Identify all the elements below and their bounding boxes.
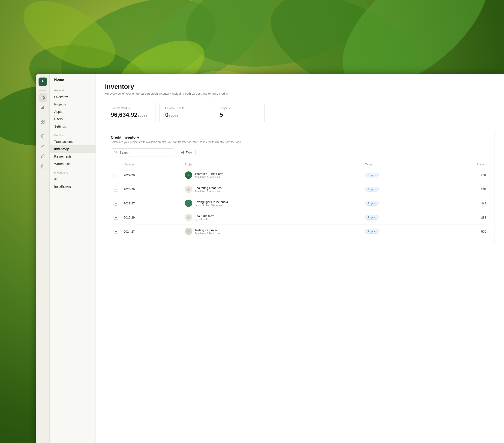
nav-item-warehouse[interactable]: Warehouse <box>50 160 95 167</box>
project-name: Saving tigers in Iceland 4 <box>195 200 228 204</box>
svg-point-34 <box>188 202 188 203</box>
search-filter-row: Type <box>111 148 489 157</box>
chart-icon[interactable] <box>38 142 47 150</box>
svg-rect-11 <box>41 108 42 109</box>
expand-button[interactable]: + <box>113 201 118 206</box>
expand-button[interactable]: + <box>113 215 118 220</box>
stat-card-expost: Ex-post Credits 96,634.92t CO2-e <box>105 102 156 123</box>
project-type-label: Hybrid both <box>195 218 214 221</box>
type-filter-label: Type <box>186 151 192 154</box>
svg-point-35 <box>189 202 189 203</box>
stat-exante-unit: t CO2-e <box>169 114 178 117</box>
vintage-cell: 2022-29 <box>121 168 182 182</box>
type-badge: Ex-post <box>365 173 379 177</box>
table-row: + 2022-27 <box>111 196 489 211</box>
col-vintages: Vintages <box>121 161 182 168</box>
project-type-label: Avoidance / Reduction <box>195 232 220 235</box>
project-name: Thordur's Turtle Farm <box>195 172 223 176</box>
col-amount: Amount <box>433 161 489 168</box>
svg-rect-14 <box>41 120 42 122</box>
table-row: + 2022-29 <box>111 168 489 182</box>
vintage-cell: 2024-29 <box>121 182 182 196</box>
nav-item-settings[interactable]: Settings <box>50 123 95 130</box>
project-avatar <box>185 214 192 221</box>
analytics-icon[interactable] <box>38 104 47 112</box>
inventory-table: Vintages Project Types Amount + 2022-29 <box>111 161 489 238</box>
icon-sidebar <box>36 74 50 443</box>
stat-expost-unit: t CO2-e <box>138 114 147 117</box>
svg-point-9 <box>13 0 126 82</box>
table-row: + 2019-29 <box>111 211 489 225</box>
nav-item-installations[interactable]: Installations <box>50 183 95 190</box>
project-name: Sea faring creatures <box>195 186 221 190</box>
svg-rect-17 <box>43 122 44 124</box>
svg-point-3 <box>178 0 376 80</box>
svg-rect-40 <box>188 232 189 233</box>
table-row: + 2024-29 <box>111 182 489 196</box>
amount-cell: 0.9 <box>433 196 489 211</box>
sidebar-divider-3 <box>39 129 46 129</box>
expand-button[interactable]: + <box>113 187 118 192</box>
project-avatar <box>185 185 192 193</box>
project-avatar <box>185 171 192 179</box>
project-cell: Sea turtle farm Hybrid both <box>185 214 360 221</box>
nav-general-label: General <box>50 85 95 93</box>
home-icon[interactable] <box>38 93 47 102</box>
bell-icon[interactable] <box>38 132 47 140</box>
stat-projects-label: Projects <box>220 106 259 110</box>
project-avatar <box>185 200 192 207</box>
nav-item-apps[interactable]: Apps <box>50 108 95 115</box>
expand-button[interactable]: + <box>113 229 118 234</box>
search-input[interactable] <box>119 151 172 154</box>
project-type-label: Avoidance / Reduction <box>195 190 221 193</box>
project-avatar <box>185 228 192 235</box>
stat-projects-value: 5 <box>220 111 259 118</box>
nav-sidebar: Home General Overview Projects Apps User… <box>50 74 96 443</box>
nav-item-inventory[interactable]: Inventory <box>50 145 95 153</box>
page-title: Inventory <box>105 83 495 90</box>
project-type-label: Avoidance / Reduction <box>195 176 223 178</box>
nav-item-users[interactable]: Users <box>50 115 95 123</box>
nav-item-transactions[interactable]: Transactions <box>50 138 95 145</box>
vintage-cell: 2022-27 <box>121 196 182 211</box>
amount-cell: 73K <box>433 182 489 196</box>
stat-card-projects: Projects 5 <box>214 102 265 123</box>
nav-item-api[interactable]: API <box>50 175 95 183</box>
app-logo[interactable] <box>38 77 47 86</box>
amount-cell: 288 <box>433 211 489 225</box>
svg-rect-30 <box>188 190 189 191</box>
search-box[interactable] <box>111 148 175 157</box>
inventory-title: Credit inventory <box>111 135 489 140</box>
svg-rect-16 <box>41 122 42 124</box>
svg-rect-18 <box>41 165 44 168</box>
grid-icon[interactable] <box>38 118 47 126</box>
project-cell: Sea faring creatures Avoidance / Reducti… <box>185 185 360 193</box>
expand-button[interactable]: + <box>113 173 118 177</box>
page-subtitle: An overview of your entire carbon credit… <box>105 92 495 95</box>
stat-exante-label: Ex-ante Credits <box>165 106 204 110</box>
nav-item-retirements[interactable]: Retirements <box>50 153 95 160</box>
inventory-section: Credit inventory Below are your projects… <box>105 130 495 244</box>
clipboard-icon[interactable] <box>38 162 47 171</box>
type-badge: Ex-post <box>365 187 379 192</box>
project-cell: Saving tigers in Iceland 4 Sequestration… <box>185 200 360 207</box>
nav-item-projects[interactable]: Projects <box>50 101 95 108</box>
project-cell: Thordur's Turtle Farm Avoidance / Reduct… <box>185 171 360 179</box>
svg-rect-13 <box>43 106 44 109</box>
inventory-subtitle: Below are your projects with available c… <box>111 141 489 144</box>
type-badge: Ex-post <box>365 229 379 234</box>
nav-item-overview[interactable]: Overview <box>50 93 95 101</box>
project-name: Sea turtle farm <box>195 214 214 218</box>
svg-point-38 <box>188 216 189 217</box>
svg-point-28 <box>188 174 189 175</box>
project-type-label: Sequestration / Removal <box>195 204 228 207</box>
type-filter-button[interactable]: Type <box>178 149 196 156</box>
search-icon <box>114 150 117 154</box>
svg-line-22 <box>117 153 117 154</box>
table-row: + 2024-27 <box>111 225 489 239</box>
project-cell: Testing TX project Avoidance / Reduction <box>185 228 360 235</box>
sidebar-divider-2 <box>39 115 46 115</box>
stat-expost-value: 96,634.92t CO2-e <box>111 111 150 118</box>
svg-rect-12 <box>42 107 43 109</box>
edit-icon[interactable] <box>38 152 47 160</box>
